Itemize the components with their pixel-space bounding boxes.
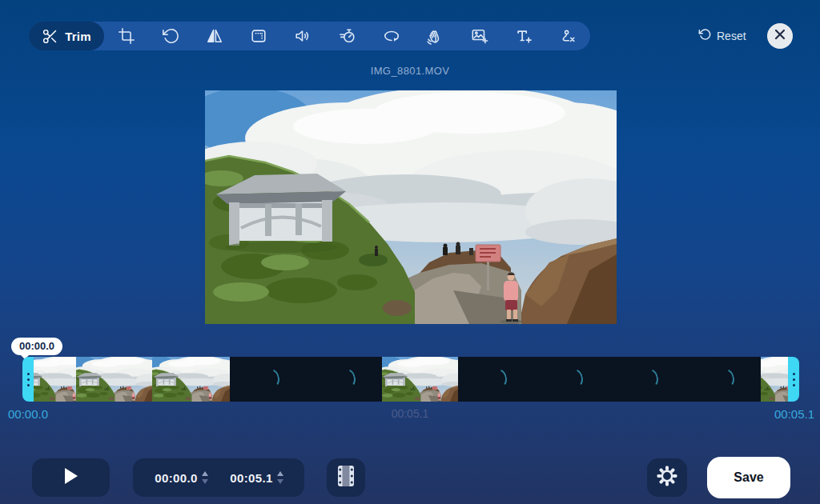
tool-rotate-button[interactable] — [148, 22, 192, 50]
loading-spinner-icon — [254, 366, 281, 393]
tool-volume-button[interactable] — [281, 22, 325, 50]
video-preview — [205, 90, 617, 324]
add-image-icon — [471, 27, 488, 45]
loading-spinner-icon — [709, 366, 737, 393]
settings-button[interactable] — [647, 458, 687, 497]
timeline-thumbnail — [382, 357, 458, 402]
save-button[interactable]: Save — [707, 457, 790, 498]
tool-stabilize-button[interactable] — [413, 22, 457, 50]
save-label: Save — [734, 470, 763, 485]
play-icon — [64, 467, 78, 488]
tool-trim-button[interactable]: Trim — [29, 22, 104, 50]
end-time-stepper — [277, 471, 283, 484]
reset-button[interactable]: Reset — [698, 28, 746, 44]
undo-arrow-icon — [698, 28, 711, 44]
add-text-icon — [515, 27, 533, 45]
start-time-decrease-button[interactable] — [202, 479, 208, 484]
video-filename: IMG_8801.MOV — [0, 65, 820, 77]
loop-arrow-icon — [383, 27, 400, 45]
tool-speed-button[interactable] — [325, 22, 369, 50]
start-time-increase-button[interactable] — [202, 471, 208, 476]
timeline-loading-segment — [458, 357, 761, 402]
tool-crop-button[interactable] — [104, 22, 148, 50]
tool-add-text-button[interactable] — [502, 22, 546, 50]
timeline-thumbnail — [34, 357, 76, 402]
tool-flip-button[interactable] — [192, 22, 236, 50]
reset-label: Reset — [717, 30, 746, 42]
timeline-filmstrip[interactable] — [34, 357, 788, 402]
start-time-stepper — [202, 471, 208, 484]
trim-timeline[interactable] — [22, 357, 799, 402]
tool-remove-watermark-button[interactable] — [546, 22, 590, 50]
timeline-thumbnail — [76, 357, 152, 402]
timeline-thumbnail — [761, 357, 788, 402]
timeline-center-label: 00:05.1 — [0, 407, 820, 420]
stopwatch-icon — [339, 27, 356, 45]
timeline-thumbnail — [152, 357, 230, 402]
loading-spinner-icon — [558, 366, 585, 393]
speaker-icon — [294, 27, 312, 45]
loading-spinner-icon — [633, 366, 661, 393]
start-time-field[interactable]: 00:00.0 — [152, 471, 200, 485]
crop-icon — [118, 27, 135, 45]
tool-trim-label: Trim — [65, 30, 90, 43]
tool-add-image-button[interactable] — [458, 22, 502, 50]
rotate-ccw-icon — [162, 27, 179, 45]
loading-spinner-icon — [482, 366, 509, 393]
signature-remove-icon — [559, 27, 577, 45]
tool-loop-button[interactable] — [369, 22, 413, 50]
trim-time-controls: 00:00.0 00:05.1 — [133, 458, 304, 497]
edit-toolbar: Trim — [29, 22, 590, 50]
canvas-resize-icon — [250, 27, 267, 45]
loading-spinner-icon — [330, 366, 357, 393]
filmstrip-icon — [337, 465, 355, 490]
play-button[interactable] — [32, 458, 110, 497]
end-time-decrease-button[interactable] — [277, 479, 283, 484]
tool-canvas-button[interactable] — [237, 22, 281, 50]
timeline-end-label: 00:05.1 — [774, 407, 814, 421]
timeline-loading-segment — [230, 357, 382, 402]
close-x-icon — [774, 29, 786, 43]
playhead-tooltip: 00:00.0 — [11, 338, 62, 355]
flip-horizontal-icon — [206, 27, 223, 45]
waving-hand-icon — [427, 27, 444, 45]
trim-end-handle[interactable] — [788, 357, 799, 402]
frame-view-button[interactable] — [327, 458, 365, 497]
end-time-increase-button[interactable] — [277, 471, 283, 476]
close-button[interactable] — [767, 23, 793, 49]
gear-icon — [657, 466, 677, 490]
trim-start-handle[interactable] — [22, 357, 34, 402]
video-editor-window: Trim — [0, 0, 820, 504]
scissors-icon — [42, 28, 58, 45]
end-time-field[interactable]: 00:05.1 — [227, 471, 275, 485]
